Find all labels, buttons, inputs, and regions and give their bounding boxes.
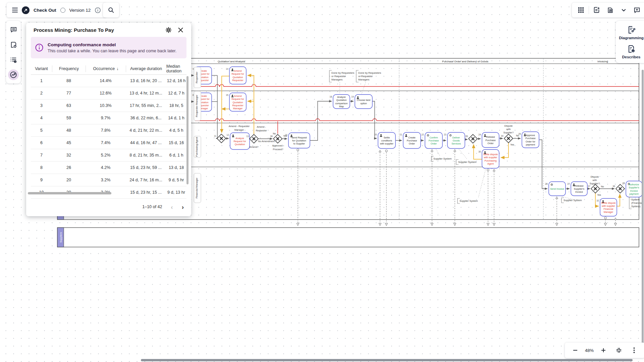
info-icon[interactable]	[95, 7, 101, 13]
task-node-16[interactable]: 16Send Requestfor Quotationto Supplier	[285, 133, 310, 148]
table-cell: 4 d, 21 hr, 22 m...	[126, 128, 166, 133]
chevron-down-icon[interactable]	[618, 4, 629, 16]
variant-row-5[interactable]: 5487.8%4 d, 21 hr, 22 m...4 d, 5 h	[31, 124, 186, 137]
task-node-25[interactable]: 25ApprovePurchaseOrder forpayment	[518, 132, 539, 148]
grid-icon[interactable]	[575, 4, 587, 16]
gateway-number: 11	[214, 135, 216, 137]
task-node-21[interactable]: 21CreatePurchaseOrder	[399, 132, 421, 148]
checked-out-label[interactable]: Check Out	[34, 8, 56, 13]
table-cell: 32	[52, 153, 86, 158]
diagramming-button[interactable]: Diagramming	[619, 25, 644, 40]
edge-label: No Amendment	[258, 140, 275, 143]
fit-screen-icon[interactable]	[613, 345, 625, 356]
task-node-15[interactable]: 15AmendRequest forQuotationRequesterMana…	[226, 93, 246, 111]
task-label: Order	[409, 142, 415, 145]
document-export-icon[interactable]	[604, 4, 616, 16]
task-label: Analyze	[235, 137, 244, 140]
comment-icon[interactable]	[8, 24, 19, 35]
variant-row-4[interactable]: 4599.7%36 d, 22 min, 6...14 d, 1 h	[31, 112, 186, 124]
canvas-horizontal-scrollbar[interactable]	[141, 359, 633, 361]
document-gear-icon[interactable]	[8, 39, 19, 50]
task-node-19[interactable]: 19Choose bestoption	[351, 95, 372, 109]
describes-button[interactable]: Describes	[622, 45, 641, 59]
column-header-frequency[interactable]: Frequency	[52, 65, 86, 72]
lane-label-text: Requester	[195, 71, 198, 83]
table-cell: 4 d, 5 h	[166, 128, 186, 133]
annotation-text: System	[631, 198, 640, 201]
process-logo-icon	[22, 6, 30, 14]
task-node-28[interactable]: 28⚙AuthorizeSupplier'sInvoicepayment	[622, 181, 642, 197]
variant-row-1[interactable]: 18814.4%13 d, 16 hr, 20 ...12 d, 16 h	[31, 75, 186, 87]
lane-label-requester-manager[interactable]: Requester Manager	[194, 91, 201, 121]
column-header-average-duration[interactable]: Average duration	[126, 65, 166, 72]
list-info-icon[interactable]	[8, 54, 19, 65]
zoom-out-icon[interactable]	[570, 345, 581, 356]
conformance-banner: Computing conformance model This could t…	[31, 37, 186, 58]
table-cell: 12.6%	[86, 91, 126, 96]
version-label[interactable]: Version 12	[69, 8, 91, 13]
task-label: Confirm	[429, 136, 438, 139]
canvas-vertical-scrollbar[interactable]	[642, 70, 644, 349]
task-label: Invoice	[575, 190, 583, 193]
task-label: Order for	[526, 140, 535, 143]
variant-row-7[interactable]: 7325.2%8 d, 21 hr, 35 m...6 d, 1 h	[31, 149, 186, 162]
close-icon[interactable]	[176, 25, 185, 35]
comment-add-icon[interactable]	[631, 4, 643, 16]
gear-icon[interactable]	[164, 25, 173, 35]
describes-label: Describes	[622, 55, 641, 59]
task-label: Quotation	[232, 101, 243, 104]
variant-row-6[interactable]: 6457.4%44 d, 16 hr, 47 ...15 d, 16	[31, 137, 186, 149]
task-node-14[interactable]: 14AmendRequest forQuotationRequester	[226, 67, 246, 84]
table-cell: 36 d, 22 min, 6...	[126, 116, 166, 120]
task-node-22[interactable]: 22⚙ConfirmPurchaseOrder	[421, 132, 442, 148]
task-label: Create	[408, 136, 416, 139]
task-label: Quotation	[336, 99, 346, 102]
annotation-text: Managers	[331, 78, 343, 81]
gateway-35[interactable]: 35	[465, 134, 477, 143]
edge-label: Amend - Requester	[229, 125, 250, 128]
column-header-occurrence[interactable]: Occurrence↓	[86, 65, 126, 72]
annotation-text: or Requester	[331, 75, 346, 78]
column-header-median-duration[interactable]: Median duration	[166, 65, 186, 72]
gear-task-icon: ⚙	[449, 134, 452, 137]
next-page-button[interactable]: ›	[182, 204, 184, 210]
process-mining-icon[interactable]	[8, 69, 19, 80]
previous-page-button[interactable]: ‹	[171, 204, 173, 210]
search-button[interactable]	[103, 3, 119, 17]
task-node-23[interactable]: 23⚙DeliverGoodsServices	[444, 132, 465, 148]
zoom-in-icon[interactable]	[598, 345, 609, 356]
top-right-toolbar	[572, 3, 644, 17]
task-label: Purchase	[525, 137, 535, 140]
task-node-27[interactable]: 27ReleaseSupplier'sInvoice	[567, 182, 587, 196]
edge-label: Supplier?	[503, 131, 514, 134]
lane-label-requester[interactable]: Requester	[194, 67, 201, 88]
variant-row-9[interactable]: 9203.2%24 d, 7 hr, 16 m...9 d, 5 hr	[31, 174, 186, 186]
lane-label-financial-manager[interactable]: Financial Manager	[194, 173, 201, 203]
task-node-26[interactable]: 26⚙Send Invoice	[545, 182, 566, 196]
menu-icon[interactable]	[12, 8, 18, 12]
annotation-text: Done by Requesters	[358, 71, 381, 74]
column-header-variant[interactable]: Variant	[31, 65, 52, 72]
table-horizontal-scrollbar[interactable]	[28, 192, 111, 194]
table-cell: 4	[31, 116, 52, 120]
task-number: 30	[478, 150, 481, 153]
variant-row-2[interactable]: 27712.6%13 d, 4 hr, 12 m...12 d, 7 h	[31, 87, 186, 100]
task-node-18[interactable]: 18AnalyzeQuotationcomparisonMap	[329, 95, 350, 109]
variant-row-8[interactable]: 8264.2%15 d, 23 hr, 59 ...13 d, 18	[31, 162, 186, 174]
edge-label: Approved -	[272, 144, 284, 147]
task-node-20[interactable]: 20Settleconditionswith supplier	[374, 132, 395, 148]
kebab-menu-icon[interactable]	[629, 345, 640, 356]
gateway-11[interactable]: 11	[214, 134, 226, 143]
table-cell: 44 d, 16 hr, 47 ...	[126, 140, 166, 145]
task-node-32[interactable]: 32Settle disputewith supplierFinancialMa…	[596, 198, 617, 216]
task-label: Manager	[604, 210, 613, 214]
describes-icon	[627, 45, 636, 53]
lane-label-purchasing-agent[interactable]: Purchasing Agent	[194, 136, 201, 158]
task-label: Requester	[232, 79, 244, 82]
table-vertical-scrollbar[interactable]	[186, 76, 189, 184]
task-node-24[interactable]: 24ReleasePurchaseOrder	[478, 132, 499, 147]
variant-row-3[interactable]: 36310.3%17 hr, 55 min, 2...18 hr, 5	[31, 100, 186, 112]
task-number: 26	[545, 183, 548, 185]
note-add-icon[interactable]	[591, 4, 602, 16]
edge-label: Yes	[510, 143, 514, 146]
